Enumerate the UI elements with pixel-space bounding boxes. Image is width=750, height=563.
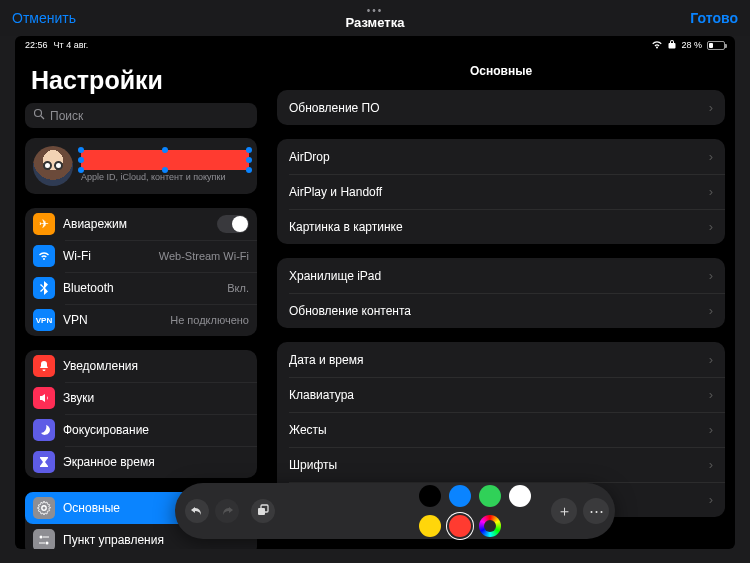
profile-subtitle: Apple ID, iCloud, контент и покупки (81, 172, 249, 182)
svg-point-5 (46, 542, 49, 545)
search-icon (33, 108, 45, 123)
airplane-icon: ✈ (33, 213, 55, 235)
detail-item-datetime[interactable]: Дата и время› (277, 342, 725, 377)
notifications-group: Уведомления Звуки Фокусирование (25, 350, 257, 478)
more-button[interactable]: ⋯ (583, 498, 609, 524)
ellipsis-icon: ••• (346, 7, 405, 15)
svg-line-1 (41, 116, 44, 119)
chevron-right-icon: › (709, 100, 713, 115)
chevron-right-icon: › (709, 352, 713, 367)
chevron-right-icon: › (709, 492, 713, 507)
sidebar-item-notifications[interactable]: Уведомления (25, 350, 257, 382)
detail-item-fonts[interactable]: Шрифты› (277, 447, 725, 482)
detail-item-airdrop[interactable]: AirDrop› (277, 139, 725, 174)
sidebar-item-vpn[interactable]: VPN VPN Не подключено (25, 304, 257, 336)
color-swatch-green[interactable] (479, 485, 501, 507)
sidebar-item-wifi[interactable]: Wi-Fi Web-Stream Wi-Fi (25, 240, 257, 272)
sliders-icon (33, 529, 55, 549)
bluetooth-icon (33, 277, 55, 299)
settings-sidebar: Настройки Поиск Apple ID, iCloud, контен… (15, 54, 267, 549)
chevron-right-icon: › (709, 303, 713, 318)
sidebar-item-focus[interactable]: Фокусирование (25, 414, 257, 446)
done-button[interactable]: Готово (690, 10, 738, 26)
detail-item-background-refresh[interactable]: Обновление контента› (277, 293, 725, 328)
speaker-icon (33, 387, 55, 409)
detail-group-2: Хранилище iPad› Обновление контента› (277, 258, 725, 328)
color-picker-button[interactable] (479, 515, 501, 537)
color-swatch-yellow[interactable] (419, 515, 441, 537)
chevron-right-icon: › (709, 422, 713, 437)
status-time: 22:56 (25, 40, 48, 50)
sidebar-item-screentime[interactable]: Экранное время (25, 446, 257, 478)
svg-point-3 (40, 536, 43, 539)
status-bar: 22:56 Чт 4 авг. 28 % (15, 36, 735, 52)
battery-percent: 28 % (681, 40, 702, 50)
detail-item-airplay[interactable]: AirPlay и Handoff› (277, 174, 725, 209)
add-shape-button[interactable]: ＋ (551, 498, 577, 524)
cancel-button[interactable]: Отменить (12, 10, 76, 26)
detail-item-storage[interactable]: Хранилище iPad› (277, 258, 725, 293)
chevron-right-icon: › (709, 149, 713, 164)
detail-group-1: AirDrop› AirPlay и Handoff› Картинка в к… (277, 139, 725, 244)
detail-group-0: Обновление ПО › (277, 90, 725, 125)
airplane-toggle[interactable] (217, 215, 249, 233)
toolbar-title: Разметка (346, 15, 405, 30)
color-swatch-blue[interactable] (449, 485, 471, 507)
redaction-rectangle[interactable] (81, 150, 249, 170)
apple-id-profile[interactable]: Apple ID, iCloud, контент и покупки (25, 138, 257, 194)
svg-point-2 (42, 506, 46, 510)
search-input[interactable]: Поиск (25, 103, 257, 128)
sidebar-item-airplane[interactable]: ✈ Авиарежим (25, 208, 257, 240)
hourglass-icon (33, 451, 55, 473)
status-date: Чт 4 авг. (54, 40, 89, 50)
lock-icon (668, 39, 676, 51)
avatar (33, 146, 73, 186)
detail-item-pip[interactable]: Картинка в картинке› (277, 209, 725, 244)
wifi-icon (651, 40, 663, 51)
color-swatch-white[interactable] (509, 485, 531, 507)
detail-item-gestures[interactable]: Жесты› (277, 412, 725, 447)
detail-item-software-update[interactable]: Обновление ПО › (277, 90, 725, 125)
moon-icon (33, 419, 55, 441)
connectivity-group: ✈ Авиарежим Wi-Fi Web-Stream Wi-Fi Bluet… (25, 208, 257, 336)
shapes-tool-button[interactable] (251, 499, 275, 523)
markup-toolbar: Отменить ••• Разметка Готово (0, 0, 750, 36)
svg-point-0 (35, 110, 42, 117)
screenshot-canvas: 22:56 Чт 4 авг. 28 % Настройки Поиск (15, 36, 735, 549)
markup-palette[interactable]: ＋ ⋯ (175, 483, 615, 539)
detail-pane: Основные Обновление ПО › AirDrop› AirPla… (267, 54, 735, 549)
search-placeholder: Поиск (50, 109, 83, 123)
color-swatches (419, 483, 535, 539)
chevron-right-icon: › (709, 387, 713, 402)
detail-item-keyboard[interactable]: Клавиатура› (277, 377, 725, 412)
sidebar-item-bluetooth[interactable]: Bluetooth Вкл. (25, 272, 257, 304)
undo-button[interactable] (185, 499, 209, 523)
detail-title: Основные (277, 54, 725, 90)
redo-button[interactable] (215, 499, 239, 523)
chevron-right-icon: › (709, 268, 713, 283)
vpn-icon: VPN (33, 309, 55, 331)
chevron-right-icon: › (709, 457, 713, 472)
bell-icon (33, 355, 55, 377)
chevron-right-icon: › (709, 219, 713, 234)
gear-icon (33, 497, 55, 519)
color-swatch-red[interactable] (449, 515, 471, 537)
chevron-right-icon: › (709, 184, 713, 199)
toolbar-title-wrap: ••• Разметка (346, 7, 405, 30)
battery-icon (707, 41, 725, 50)
color-swatch-black[interactable] (419, 485, 441, 507)
sidebar-item-sounds[interactable]: Звуки (25, 382, 257, 414)
page-title: Настройки (31, 66, 251, 95)
wifi-settings-icon (33, 245, 55, 267)
